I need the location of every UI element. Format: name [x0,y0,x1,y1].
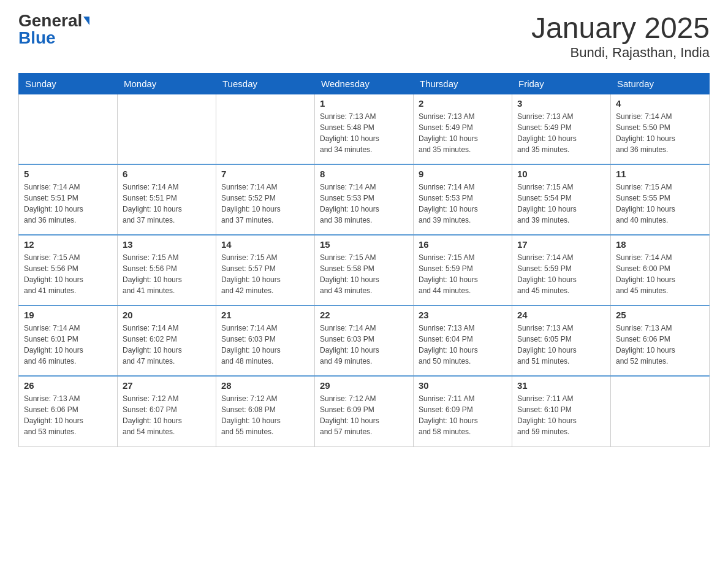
day-info: Sunrise: 7:14 AM Sunset: 5:51 PM Dayligh… [123,182,211,226]
calendar-cell [19,94,118,164]
day-info: Sunrise: 7:12 AM Sunset: 6:09 PM Dayligh… [320,393,408,437]
day-number: 14 [221,239,309,250]
day-info: Sunrise: 7:13 AM Sunset: 5:49 PM Dayligh… [419,111,507,155]
day-number: 9 [419,169,507,179]
day-number: 13 [123,239,211,250]
day-number: 11 [616,169,704,179]
calendar-cell: 11Sunrise: 7:15 AM Sunset: 5:55 PM Dayli… [611,164,710,235]
day-number: 15 [320,239,408,250]
weekday-header-friday: Friday [512,73,611,94]
day-number: 17 [517,239,605,250]
weekday-header-tuesday: Tuesday [216,73,315,94]
day-info: Sunrise: 7:13 AM Sunset: 6:04 PM Dayligh… [419,323,507,367]
day-info: Sunrise: 7:15 AM Sunset: 5:54 PM Dayligh… [517,182,605,226]
day-number: 19 [24,310,112,320]
logo: General Blue [18,12,89,47]
day-info: Sunrise: 7:15 AM Sunset: 5:56 PM Dayligh… [24,252,112,296]
day-number: 27 [123,380,211,391]
day-info: Sunrise: 7:13 AM Sunset: 6:06 PM Dayligh… [616,323,704,367]
day-number: 2 [419,98,507,109]
day-number: 8 [320,169,408,179]
weekday-header-thursday: Thursday [414,73,512,94]
day-info: Sunrise: 7:15 AM Sunset: 5:56 PM Dayligh… [123,252,211,296]
day-number: 23 [419,310,507,320]
day-info: Sunrise: 7:14 AM Sunset: 5:53 PM Dayligh… [419,182,507,226]
day-info: Sunrise: 7:14 AM Sunset: 5:52 PM Dayligh… [221,182,309,226]
day-number: 12 [24,239,112,250]
calendar-title: January 2025 [531,12,710,45]
calendar-cell: 19Sunrise: 7:14 AM Sunset: 6:01 PM Dayli… [19,305,118,376]
day-info: Sunrise: 7:15 AM Sunset: 5:57 PM Dayligh… [221,252,309,296]
day-info: Sunrise: 7:15 AM Sunset: 5:58 PM Dayligh… [320,252,408,296]
calendar-cell: 12Sunrise: 7:15 AM Sunset: 5:56 PM Dayli… [19,235,118,305]
calendar-cell: 7Sunrise: 7:14 AM Sunset: 5:52 PM Daylig… [216,164,315,235]
calendar-subtitle: Bundi, Rajasthan, India [531,45,710,61]
day-number: 16 [419,239,507,250]
calendar-cell: 26Sunrise: 7:13 AM Sunset: 6:06 PM Dayli… [19,376,118,446]
day-info: Sunrise: 7:14 AM Sunset: 6:01 PM Dayligh… [24,323,112,367]
day-number: 5 [24,169,112,179]
day-number: 24 [517,310,605,320]
day-number: 22 [320,310,408,320]
calendar-cell: 20Sunrise: 7:14 AM Sunset: 6:02 PM Dayli… [118,305,216,376]
weekday-header-wednesday: Wednesday [315,73,414,94]
weekday-header-saturday: Saturday [611,73,710,94]
calendar-cell [611,376,710,446]
day-info: Sunrise: 7:14 AM Sunset: 6:03 PM Dayligh… [320,323,408,367]
calendar-cell: 1Sunrise: 7:13 AM Sunset: 5:48 PM Daylig… [315,94,414,164]
day-info: Sunrise: 7:12 AM Sunset: 6:07 PM Dayligh… [123,393,211,437]
calendar-cell: 4Sunrise: 7:14 AM Sunset: 5:50 PM Daylig… [611,94,710,164]
calendar-cell: 27Sunrise: 7:12 AM Sunset: 6:07 PM Dayli… [118,376,216,446]
calendar-cell: 30Sunrise: 7:11 AM Sunset: 6:09 PM Dayli… [414,376,512,446]
day-number: 28 [221,380,309,391]
calendar-table: SundayMondayTuesdayWednesdayThursdayFrid… [18,73,710,447]
calendar-cell: 18Sunrise: 7:14 AM Sunset: 6:00 PM Dayli… [611,235,710,305]
calendar-week-row: 26Sunrise: 7:13 AM Sunset: 6:06 PM Dayli… [19,376,710,446]
calendar-cell: 24Sunrise: 7:13 AM Sunset: 6:05 PM Dayli… [512,305,611,376]
day-info: Sunrise: 7:15 AM Sunset: 5:59 PM Dayligh… [419,252,507,296]
day-number: 31 [517,380,605,391]
logo-general-text: General [18,12,82,29]
calendar-cell: 15Sunrise: 7:15 AM Sunset: 5:58 PM Dayli… [315,235,414,305]
day-number: 3 [517,98,605,109]
calendar-cell: 25Sunrise: 7:13 AM Sunset: 6:06 PM Dayli… [611,305,710,376]
calendar-week-row: 12Sunrise: 7:15 AM Sunset: 5:56 PM Dayli… [19,235,710,305]
day-number: 29 [320,380,408,391]
day-info: Sunrise: 7:14 AM Sunset: 5:53 PM Dayligh… [320,182,408,226]
logo-blue-text: Blue [18,29,56,47]
day-info: Sunrise: 7:14 AM Sunset: 6:00 PM Dayligh… [616,252,704,296]
calendar-cell: 29Sunrise: 7:12 AM Sunset: 6:09 PM Dayli… [315,376,414,446]
day-info: Sunrise: 7:11 AM Sunset: 6:09 PM Dayligh… [419,393,507,437]
day-number: 6 [123,169,211,179]
day-info: Sunrise: 7:14 AM Sunset: 5:59 PM Dayligh… [517,252,605,296]
calendar-cell: 2Sunrise: 7:13 AM Sunset: 5:49 PM Daylig… [414,94,512,164]
calendar-cell: 13Sunrise: 7:15 AM Sunset: 5:56 PM Dayli… [118,235,216,305]
calendar-cell: 31Sunrise: 7:11 AM Sunset: 6:10 PM Dayli… [512,376,611,446]
weekday-header-monday: Monday [118,73,216,94]
day-number: 18 [616,239,704,250]
calendar-cell: 6Sunrise: 7:14 AM Sunset: 5:51 PM Daylig… [118,164,216,235]
day-number: 4 [616,98,704,109]
calendar-cell: 9Sunrise: 7:14 AM Sunset: 5:53 PM Daylig… [414,164,512,235]
day-info: Sunrise: 7:13 AM Sunset: 5:48 PM Dayligh… [320,111,408,155]
title-section: January 2025 Bundi, Rajasthan, India [531,12,710,61]
day-number: 10 [517,169,605,179]
calendar-week-row: 1Sunrise: 7:13 AM Sunset: 5:48 PM Daylig… [19,94,710,164]
calendar-cell: 16Sunrise: 7:15 AM Sunset: 5:59 PM Dayli… [414,235,512,305]
calendar-cell: 21Sunrise: 7:14 AM Sunset: 6:03 PM Dayli… [216,305,315,376]
day-number: 20 [123,310,211,320]
day-number: 30 [419,380,507,391]
calendar-cell: 5Sunrise: 7:14 AM Sunset: 5:51 PM Daylig… [19,164,118,235]
calendar-cell: 10Sunrise: 7:15 AM Sunset: 5:54 PM Dayli… [512,164,611,235]
calendar-cell: 17Sunrise: 7:14 AM Sunset: 5:59 PM Dayli… [512,235,611,305]
calendar-cell: 23Sunrise: 7:13 AM Sunset: 6:04 PM Dayli… [414,305,512,376]
calendar-cell: 22Sunrise: 7:14 AM Sunset: 6:03 PM Dayli… [315,305,414,376]
day-number: 26 [24,380,112,391]
day-info: Sunrise: 7:12 AM Sunset: 6:08 PM Dayligh… [221,393,309,437]
day-info: Sunrise: 7:11 AM Sunset: 6:10 PM Dayligh… [517,393,605,437]
day-number: 21 [221,310,309,320]
day-info: Sunrise: 7:14 AM Sunset: 5:50 PM Dayligh… [616,111,704,155]
weekday-header-row: SundayMondayTuesdayWednesdayThursdayFrid… [19,73,710,94]
day-info: Sunrise: 7:13 AM Sunset: 6:06 PM Dayligh… [24,393,112,437]
day-number: 7 [221,169,309,179]
